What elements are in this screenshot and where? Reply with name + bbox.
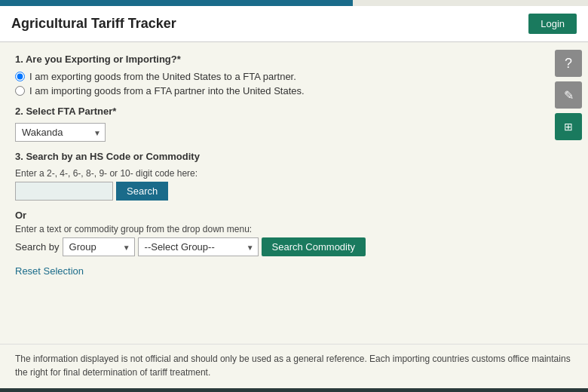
top-bar [0, 0, 588, 6]
section3-title: 3. Search by an HS Code or Commodity [15, 151, 534, 162]
drop-hint: Enter a text or commodity group from the… [15, 224, 534, 234]
app-title: Agricultural Tariff Tracker [11, 16, 176, 32]
radio-export[interactable] [15, 72, 25, 81]
link-icon-button[interactable]: ✎ [555, 81, 582, 109]
search-by-label: Search by [15, 241, 60, 253]
hs-input-row: Search [15, 182, 534, 201]
section2-title: 2. Select FTA Partner* [15, 106, 534, 117]
table-icon-button[interactable]: ⊞ [555, 113, 582, 140]
header: Agricultural Tariff Tracker Login [0, 6, 588, 42]
help-icon-button[interactable]: ? [555, 50, 582, 77]
sidebar-icons: ? ✎ ⊞ [549, 42, 588, 344]
section-hs-code: 3. Search by an HS Code or Commodity Ent… [15, 151, 534, 201]
radio-import-label[interactable]: I am importing goods from a FTA partner … [15, 85, 534, 96]
hs-search-button[interactable]: Search [116, 182, 168, 201]
login-button[interactable]: Login [528, 14, 577, 34]
section1-title: 1. Are you Exporting or Importing?* [15, 54, 534, 65]
group-type-select[interactable]: GroupCommodity [63, 237, 135, 256]
section-commodity: Or Enter a text or commodity group from … [15, 210, 534, 277]
footer-bar [0, 388, 588, 392]
radio-export-text: I am exporting goods from the United Sta… [29, 71, 296, 82]
hs-code-input[interactable] [15, 182, 113, 201]
select-group-wrapper: --Select Group--GrainsDairyLivestockFrui… [138, 237, 259, 256]
radio-export-label[interactable]: I am exporting goods from the United Sta… [15, 71, 534, 82]
form-area: 1. Are you Exporting or Importing?* I am… [0, 42, 549, 344]
section-export-import: 1. Are you Exporting or Importing?* I am… [15, 54, 534, 96]
radio-import-text: I am importing goods from a FTA partner … [29, 85, 305, 96]
search-commodity-button[interactable]: Search Commodity [262, 237, 366, 256]
reset-selection-link[interactable]: Reset Selection [15, 265, 84, 277]
section-fta-partner: 2. Select FTA Partner* WakandaCanadaMexi… [15, 106, 534, 142]
radio-group: I am exporting goods from the United Sta… [15, 71, 534, 96]
fta-select-wrapper: WakandaCanadaMexicoAustraliaChileKorea ▼ [15, 123, 106, 142]
group-select-wrapper: GroupCommodity ▼ [63, 237, 135, 256]
commodity-group-select[interactable]: --Select Group--GrainsDairyLivestockFrui… [138, 237, 259, 256]
drop-row: Search by GroupCommodity ▼ --Select Grou… [15, 237, 534, 256]
or-label: Or [15, 210, 534, 221]
radio-import[interactable] [15, 86, 25, 96]
fta-partner-select[interactable]: WakandaCanadaMexicoAustraliaChileKorea [15, 123, 106, 142]
disclaimer: The information displayed is not officia… [0, 344, 588, 388]
hs-hint: Enter a 2-, 4-, 6-, 8-, 9- or 10- digit … [15, 168, 534, 179]
main-content: 1. Are you Exporting or Importing?* I am… [0, 42, 588, 344]
